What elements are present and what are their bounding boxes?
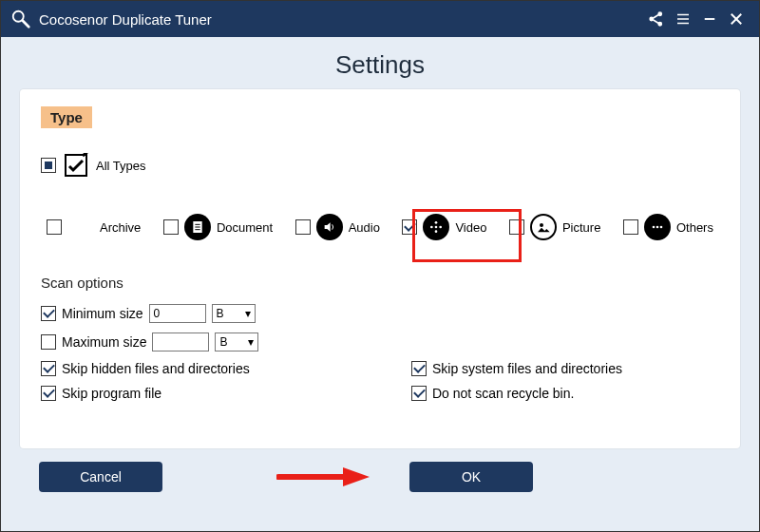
svg-line-1 — [23, 21, 28, 27]
min-size-row: Minimum size B▾ — [41, 304, 383, 323]
svg-line-5 — [653, 15, 658, 19]
svg-point-26 — [430, 226, 433, 229]
skip-hidden-label: Skip hidden files and directories — [62, 361, 250, 376]
svg-point-4 — [658, 23, 661, 26]
svg-point-31 — [660, 226, 663, 229]
buttons-row: Cancel OK — [20, 448, 740, 492]
video-checkbox[interactable] — [402, 219, 417, 235]
audio-checkbox[interactable] — [295, 219, 311, 235]
app-logo-icon — [10, 9, 31, 29]
svg-point-2 — [650, 17, 653, 20]
no-recycle-label: Do not scan recycle bin. — [432, 386, 574, 401]
page-title: Settings — [20, 37, 740, 89]
skip-program-label: Skip program file — [62, 386, 162, 401]
cancel-button[interactable]: Cancel — [39, 462, 162, 492]
svg-rect-17 — [83, 222, 87, 234]
min-size-input[interactable] — [149, 304, 206, 323]
document-checkbox[interactable] — [163, 219, 179, 235]
svg-rect-16 — [79, 221, 82, 233]
no-recycle-row: Do not scan recycle bin. — [411, 386, 719, 401]
svg-point-23 — [435, 226, 438, 229]
svg-point-28 — [540, 223, 543, 227]
all-types-label: All Types — [96, 159, 146, 173]
scan-options-header: Scan options — [41, 275, 719, 291]
max-size-row: Maximum size B▾ — [41, 332, 383, 352]
picture-label: Picture — [562, 220, 600, 235]
video-label: Video — [455, 220, 486, 235]
others-checkbox[interactable] — [623, 219, 638, 235]
menu-icon[interactable] — [670, 6, 696, 32]
type-section-header: Type — [41, 106, 92, 128]
settings-panel: Type All Types Archive Document — [20, 89, 740, 448]
max-size-label: Maximum size — [62, 334, 146, 350]
no-recycle-checkbox[interactable] — [411, 386, 427, 401]
max-size-input[interactable] — [152, 332, 209, 352]
others-label: Others — [676, 220, 713, 235]
minimize-icon[interactable] — [696, 6, 723, 32]
type-item-others: Others — [618, 208, 719, 246]
svg-point-27 — [440, 226, 443, 229]
chevron-down-icon: ▾ — [245, 307, 251, 320]
type-item-picture: Picture — [504, 208, 606, 246]
archive-checkbox[interactable] — [47, 219, 62, 235]
arrow-annotation-icon — [276, 466, 371, 488]
picture-checkbox[interactable] — [509, 219, 524, 235]
archive-label: Archive — [100, 220, 141, 235]
all-types-checkbox[interactable] — [41, 158, 56, 173]
min-size-unit-select[interactable]: B▾ — [212, 304, 256, 323]
skip-hidden-row: Skip hidden files and directories — [41, 361, 383, 376]
all-types-row: All Types — [41, 153, 719, 178]
svg-point-3 — [658, 12, 661, 15]
all-types-icon — [64, 153, 88, 178]
svg-point-30 — [656, 226, 659, 229]
skip-system-label: Skip system files and directories — [432, 361, 622, 376]
audio-icon — [316, 214, 343, 240]
skip-system-row: Skip system files and directories — [411, 361, 719, 376]
chevron-down-icon: ▾ — [248, 335, 254, 349]
svg-point-24 — [435, 221, 438, 224]
max-size-unit-select[interactable]: B▾ — [215, 332, 258, 352]
svg-rect-15 — [74, 221, 77, 233]
app-title: Cocosenor Duplicate Tuner — [39, 11, 212, 28]
title-bar: Cocosenor Duplicate Tuner — [1, 1, 759, 37]
svg-marker-33 — [343, 467, 370, 486]
others-icon — [644, 214, 671, 240]
video-icon — [423, 214, 449, 240]
type-item-document: Document — [158, 208, 278, 246]
page-body: Settings Type All Types Archive — [1, 37, 759, 532]
document-icon — [184, 214, 211, 240]
ok-button[interactable]: OK — [409, 462, 533, 492]
picture-icon — [530, 214, 557, 240]
skip-program-checkbox[interactable] — [41, 386, 56, 401]
svg-point-25 — [435, 230, 438, 233]
share-icon[interactable] — [643, 6, 670, 32]
close-icon[interactable] — [723, 6, 750, 32]
skip-hidden-checkbox[interactable] — [41, 361, 56, 376]
types-row: Archive Document Audio — [41, 208, 719, 246]
max-size-checkbox[interactable] — [41, 334, 56, 350]
min-size-checkbox[interactable] — [41, 306, 56, 321]
document-label: Document — [217, 220, 273, 235]
skip-program-row: Skip program file — [41, 386, 383, 401]
audio-label: Audio — [349, 220, 380, 235]
skip-system-checkbox[interactable] — [411, 361, 427, 376]
min-size-label: Minimum size — [62, 306, 143, 321]
svg-line-6 — [653, 20, 658, 24]
scan-options-grid: Minimum size B▾ Maximum size B▾ Skip hid… — [41, 304, 719, 401]
archive-icon — [67, 214, 94, 240]
type-item-archive: Archive — [41, 208, 146, 246]
type-item-audio: Audio — [290, 208, 386, 246]
svg-point-29 — [653, 226, 656, 229]
type-item-video: Video — [396, 208, 492, 246]
